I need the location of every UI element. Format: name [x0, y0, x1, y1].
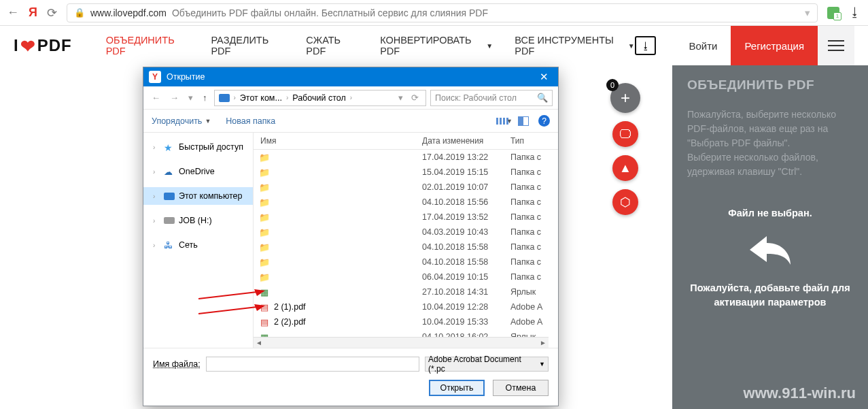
crumb-refresh-button[interactable]: ⟳ — [409, 91, 421, 104]
menu-split[interactable]: РАЗДЕЛИТЬ PDF — [211, 35, 284, 56]
folder-icon: 📁 — [258, 227, 271, 238]
new-folder-button[interactable]: Новая папка — [226, 116, 275, 126]
filetype-dropdown[interactable]: Adobe Acrobat Document (*.pc▼ — [425, 357, 549, 372]
file-date: 10.04.2019 12:28 — [422, 302, 510, 312]
crumb-1[interactable]: Этот ком... — [240, 93, 282, 103]
file-type: Папка с — [510, 197, 558, 207]
nav-recent-button[interactable]: ▾ — [186, 91, 196, 104]
file-date: 04.03.2019 10:43 — [422, 227, 510, 237]
col-date[interactable]: Дата изменения — [422, 136, 510, 146]
file-type: Папка с — [510, 227, 558, 237]
menu-compress[interactable]: СЖАТЬ PDF — [306, 35, 358, 56]
site-logo[interactable]: I ❤ PDF — [14, 35, 72, 56]
folder-icon: 📁 — [258, 242, 271, 252]
horizontal-scrollbar[interactable]: ◄ ► — [254, 337, 549, 348]
file-date: 04.10.2018 15:58 — [422, 257, 510, 267]
downloads-icon[interactable]: ⭳ — [849, 5, 861, 20]
download-app-button[interactable]: ⭳ — [635, 36, 657, 55]
dialog-footer: Имя файла: Adobe Acrobat Document (*.pc▼… — [143, 348, 558, 406]
add-file-button[interactable]: 0 + — [610, 83, 640, 113]
svg-marker-1 — [254, 289, 265, 296]
file-type: Папка с — [510, 167, 558, 177]
browser-toolbar: ← Я ⟳ 🔒 www.ilovepdf.com Объединить PDF … — [0, 0, 868, 26]
nav-up-button[interactable]: ↑ — [200, 91, 210, 104]
filename-input[interactable] — [206, 357, 419, 372]
file-row[interactable]: 📁06.04.2019 10:15Папка с — [254, 269, 558, 284]
auth-area: Войти Регистрация — [675, 26, 818, 65]
yandex-app-icon: Y — [149, 71, 161, 83]
file-row[interactable]: ▤2 (2).pdf10.04.2019 15:33Adobe A — [254, 314, 558, 329]
from-gdrive-button[interactable]: ▲ — [612, 155, 638, 181]
file-date: 02.01.2019 10:07 — [422, 182, 510, 192]
back-button[interactable]: ← — [7, 5, 19, 20]
panel-hint: Пожалуйста, выберите несколько PDF-файло… — [687, 108, 853, 179]
pc-icon — [219, 94, 230, 102]
dialog-toolbar: Упорядочить▼ Новая папка ▼ ? — [143, 110, 558, 133]
menu-convert[interactable]: КОНВЕРТИРОВАТЬ PDF▼ — [380, 35, 493, 56]
sidebar-network[interactable]: ›🖧Сеть — [143, 236, 253, 254]
caret-down-icon: ▼ — [205, 118, 211, 125]
disk-icon — [164, 217, 175, 224]
network-icon: 🖧 — [164, 240, 175, 250]
from-computer-button[interactable]: 🖵 — [612, 121, 638, 147]
list-header[interactable]: Имя Дата изменения Тип — [254, 133, 558, 150]
file-row[interactable]: ▤2 (1).pdf10.04.2019 12:28Adobe A — [254, 299, 558, 314]
reload-button[interactable]: ⟳ — [47, 5, 57, 20]
dialog-close-button[interactable]: ✕ — [536, 71, 553, 83]
menu-burger-button[interactable] — [818, 26, 854, 65]
nav-back-button[interactable]: ← — [149, 91, 163, 104]
help-button[interactable]: ? — [538, 115, 550, 127]
sidebar-this-pc[interactable]: ›Этот компьютер — [143, 187, 253, 205]
watermark-text: www.911-win.ru — [744, 385, 856, 402]
file-row[interactable]: 📁04.10.2018 15:58Папка с — [254, 240, 558, 255]
dialog-search-input[interactable]: Поиск: Рабочий стол 🔍 — [430, 90, 553, 106]
login-button[interactable]: Войти — [675, 40, 731, 52]
scroll-left-icon[interactable]: ◄ — [254, 339, 264, 346]
address-bar[interactable]: 🔒 www.ilovepdf.com Объединить PDF файлы … — [67, 3, 818, 22]
from-dropbox-button[interactable]: ⬡ — [612, 189, 638, 215]
nav-fwd-button[interactable]: → — [167, 91, 181, 104]
logo-text-post: PDF — [37, 36, 72, 55]
sidebar-quick-access[interactable]: ›★Быстрый доступ — [143, 138, 253, 156]
file-row[interactable]: 📁04.10.2018 15:58Папка с — [254, 255, 558, 269]
file-date: 27.10.2018 14:31 — [422, 287, 510, 297]
organize-button[interactable]: Упорядочить▼ — [152, 116, 211, 126]
dialog-titlebar[interactable]: Y Открытие ✕ — [143, 67, 558, 86]
download-icon: ⭳ — [641, 40, 650, 51]
yandex-logo-icon[interactable]: Я — [29, 5, 37, 20]
register-button[interactable]: Регистрация — [731, 26, 818, 65]
caret-down-icon: ▼ — [486, 42, 493, 50]
col-type[interactable]: Тип — [510, 136, 558, 146]
breadcrumb[interactable]: › Этот ком... › Рабочий стол › ▾ ⟳ — [214, 90, 427, 106]
menu-merge[interactable]: ОБЪЕДИНИТЬ PDF — [106, 35, 190, 56]
file-row[interactable]: 📁17.04.2019 13:52Папка с — [254, 210, 558, 225]
preview-pane-button[interactable] — [518, 116, 529, 126]
panel-title: ОБЪЕДИНИТЬ PDF — [687, 78, 853, 93]
sidebar-disk-job[interactable]: ›JOB (H:) — [143, 212, 253, 229]
sidebar-onedrive[interactable]: ›☁OneDrive — [143, 163, 253, 180]
cancel-button[interactable]: Отмена — [493, 380, 549, 396]
crumb-2[interactable]: Рабочий стол — [292, 93, 345, 103]
menu-all[interactable]: ВСЕ ИНСТРУМЕНТЫ PDF▼ — [515, 35, 634, 56]
scroll-right-icon[interactable]: ► — [538, 339, 549, 346]
bookmark-icon[interactable]: ▾ — [805, 7, 810, 19]
file-count-badge: 0 — [606, 79, 619, 91]
gdrive-icon: ▲ — [619, 161, 631, 176]
view-mode-button[interactable]: ▼ — [496, 118, 508, 125]
file-row[interactable]: 📁15.04.2019 15:15Папка с — [254, 165, 558, 180]
folder-icon: 📁 — [258, 197, 271, 208]
fab-column: 0 + 🖵 ▲ ⬡ — [610, 83, 640, 215]
extension-icon[interactable] — [827, 7, 839, 19]
crumb-dropdown-button[interactable]: ▾ — [396, 91, 406, 104]
open-button[interactable]: Открыть — [429, 380, 485, 396]
file-row[interactable]: 📁17.04.2019 13:22Папка с — [254, 150, 558, 165]
file-row[interactable]: 📁04.03.2019 10:43Папка с — [254, 225, 558, 240]
file-row[interactable]: ▦27.10.2018 14:31Ярлык — [254, 284, 558, 299]
file-type: Adobe A — [510, 302, 558, 312]
caret-down-icon: ▼ — [628, 42, 635, 50]
file-row[interactable]: 📁04.10.2018 15:56Папка с — [254, 195, 558, 210]
url-title: Объединить PDF файлы онлайн. Бесплатный … — [172, 7, 488, 18]
col-name[interactable]: Имя — [254, 136, 422, 146]
file-row[interactable]: 📁02.01.2019 10:07Папка с — [254, 180, 558, 195]
search-placeholder: Поиск: Рабочий стол — [435, 93, 517, 103]
